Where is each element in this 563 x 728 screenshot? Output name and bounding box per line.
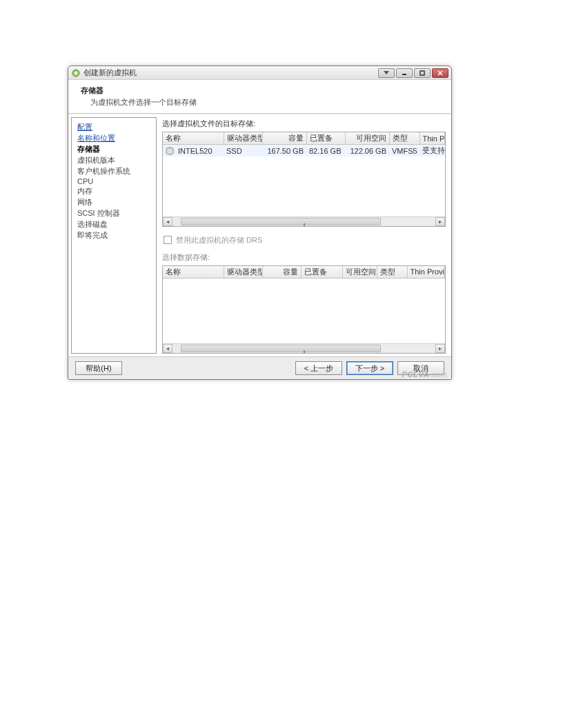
- scroll-right-icon[interactable]: ▸: [435, 217, 445, 226]
- col2-drive-type[interactable]: 驱动器类型: [224, 266, 262, 279]
- row-free: 122.06 GB: [345, 145, 389, 157]
- wizard-main: 选择虚拟机文件的目标存储: 名称 驱动器类型 容量 已置备 可用空间: [157, 114, 451, 356]
- create-vm-dialog: 创建新的虚拟机 存储器 为虚拟机文件选择一个目标存储 配置 名称和位置 存储器: [68, 65, 452, 380]
- storage-row[interactable]: INTEL520 SSD 167.50 GB 82.16 GB 122.06 G…: [163, 145, 445, 157]
- datastore-table[interactable]: 名称 驱动器类型 容量 已置备 可用空间 类型 Thin Provi ◂: [162, 265, 446, 354]
- sidebar-step-storage: 存储器: [77, 144, 150, 154]
- scroll-center-tick: [304, 350, 305, 353]
- wizard-footer: 帮助(H) < 上一步 下一步 > 取消: [68, 356, 451, 379]
- disable-drs-label: 禁用此虚拟机的存储 DRS: [176, 235, 262, 245]
- sidebar-step-config[interactable]: 配置: [77, 122, 150, 132]
- sidebar-step-network: 网络: [77, 197, 150, 208]
- back-button[interactable]: < 上一步: [295, 361, 342, 375]
- scroll-right-icon[interactable]: ▸: [435, 344, 445, 353]
- col2-thin[interactable]: Thin Provi: [407, 266, 445, 279]
- wizard-header: 存储器 为虚拟机文件选择一个目标存储: [68, 80, 451, 114]
- scroll-track[interactable]: [172, 217, 435, 226]
- sidebar-step-name-location[interactable]: 名称和位置: [77, 133, 150, 143]
- scroll-thumb[interactable]: [181, 218, 381, 225]
- scroll-thumb[interactable]: [181, 345, 381, 352]
- scroll-center-tick: [304, 223, 305, 226]
- row-capacity: 167.50 GB: [262, 145, 306, 157]
- wizard-steps-sidebar: 配置 名称和位置 存储器 虚拟机版本 客户机操作系统 CPU 内存 网络 SCS…: [71, 117, 157, 354]
- col-thin[interactable]: Thin Prov: [419, 132, 445, 145]
- window-title: 创建新的虚拟机: [83, 68, 378, 78]
- svg-rect-2: [420, 71, 424, 75]
- row-provisioned: 82.16 GB: [306, 145, 345, 157]
- dropdown-button[interactable]: [378, 68, 395, 78]
- disable-drs-checkbox[interactable]: [164, 236, 172, 244]
- maximize-button[interactable]: [414, 68, 431, 78]
- sidebar-step-memory: 内存: [77, 186, 150, 196]
- row-drive-type: SSD: [224, 145, 262, 157]
- col-type[interactable]: 类型: [389, 132, 419, 145]
- storage-table-header: 名称 驱动器类型 容量 已置备 可用空间 类型 Thin Prov: [163, 132, 445, 145]
- select-storage-label: 选择虚拟机文件的目标存储:: [162, 119, 446, 129]
- sidebar-step-scsi: SCSI 控制器: [77, 208, 150, 219]
- col-name[interactable]: 名称: [163, 132, 224, 145]
- col2-provisioned[interactable]: 已置备: [301, 266, 342, 279]
- row-type: VMFS5: [389, 145, 419, 157]
- titlebar[interactable]: 创建新的虚拟机: [68, 66, 451, 80]
- sidebar-step-finish: 即将完成: [77, 230, 150, 241]
- col2-type[interactable]: 类型: [377, 266, 407, 279]
- col2-free[interactable]: 可用空间: [342, 266, 377, 279]
- scroll-left-icon[interactable]: ◂: [163, 344, 172, 353]
- col2-name[interactable]: 名称: [163, 266, 224, 279]
- select-datastore-label: 选择数据存储:: [162, 252, 446, 263]
- sidebar-step-cpu: CPU: [77, 177, 150, 185]
- sidebar-step-disk: 选择磁盘: [77, 219, 150, 230]
- datastore-icon: [166, 147, 174, 155]
- cancel-button[interactable]: 取消: [397, 361, 444, 375]
- scroll-left-icon[interactable]: ◂: [163, 217, 172, 226]
- close-button[interactable]: [432, 68, 448, 78]
- datastore-table-header: 名称 驱动器类型 容量 已置备 可用空间 类型 Thin Provi: [163, 266, 445, 279]
- wizard-step-title: 存储器: [81, 85, 442, 96]
- storage-table[interactable]: 名称 驱动器类型 容量 已置备 可用空间 类型 Thin Prov: [162, 132, 446, 227]
- wizard-step-subtitle: 为虚拟机文件选择一个目标存储: [90, 97, 442, 108]
- svg-rect-1: [402, 74, 406, 75]
- row-name: INTEL520: [178, 147, 213, 155]
- next-button[interactable]: 下一步 >: [346, 361, 393, 375]
- col-provisioned[interactable]: 已置备: [306, 132, 345, 145]
- storage-hscroll[interactable]: ◂ ▸: [163, 216, 445, 226]
- sidebar-step-vm-version: 虚拟机版本: [77, 155, 150, 165]
- sidebar-step-guest-os: 客户机操作系统: [77, 166, 150, 176]
- row-thin: 受支持: [419, 145, 445, 157]
- app-icon: [71, 68, 81, 78]
- help-button[interactable]: 帮助(H): [75, 361, 122, 375]
- col2-capacity[interactable]: 容量: [262, 266, 301, 279]
- col-free[interactable]: 可用空间: [345, 132, 389, 145]
- disable-drs-row: 禁用此虚拟机的存储 DRS: [164, 235, 444, 245]
- scroll-track[interactable]: [172, 344, 435, 353]
- wizard-body: 配置 名称和位置 存储器 虚拟机版本 客户机操作系统 CPU 内存 网络 SCS…: [68, 114, 451, 356]
- window-buttons: [378, 68, 448, 78]
- col-capacity[interactable]: 容量: [262, 132, 306, 145]
- datastore-hscroll[interactable]: ◂ ▸: [163, 343, 445, 353]
- minimize-button[interactable]: [396, 68, 413, 78]
- col-drive-type[interactable]: 驱动器类型: [224, 132, 262, 145]
